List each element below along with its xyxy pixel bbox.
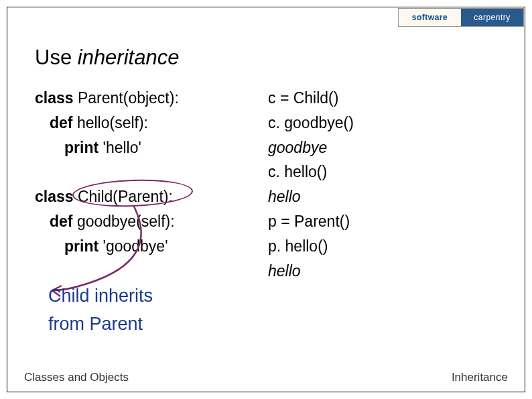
output-line: c. goodbye() xyxy=(268,111,354,135)
output-line: hello xyxy=(268,184,354,209)
footer-right: Inheritance xyxy=(452,371,508,384)
annotation-line1: Child inherits xyxy=(48,286,153,306)
output-line: c = Child() xyxy=(268,86,354,111)
code-block-right: c = Child()c. goodbye()goodbyec. hello()… xyxy=(268,86,354,283)
code-keyword: def xyxy=(50,114,73,131)
code-text xyxy=(35,163,39,180)
code-line: def goodbye(self): xyxy=(50,209,179,234)
code-text: goodbye(self): xyxy=(73,213,175,230)
logo: software carpentry xyxy=(398,8,524,27)
code-keyword: class xyxy=(35,188,74,205)
annotation-line2: from Parent xyxy=(48,314,143,335)
code-line: def hello(self): xyxy=(50,111,179,135)
code-text: Parent(object): xyxy=(74,89,179,107)
code-line: print 'goodbye' xyxy=(64,234,179,259)
heading-use: Use xyxy=(35,46,78,69)
code-keyword: def xyxy=(50,213,73,230)
code-keyword: class xyxy=(35,89,74,107)
code-text: hello(self): xyxy=(73,114,148,131)
output-line: goodbye xyxy=(268,135,354,160)
code-keyword: print xyxy=(64,237,98,255)
logo-right-text: carpentry xyxy=(461,9,523,26)
code-text: 'goodbye' xyxy=(98,237,168,255)
output-line: p = Parent() xyxy=(268,209,354,234)
logo-left-text: software xyxy=(399,9,461,26)
code-block-left: class Parent(object):def hello(self):pri… xyxy=(35,86,179,259)
code-keyword: print xyxy=(64,139,98,156)
code-text: 'hello' xyxy=(98,139,141,156)
slide-heading: Use inheritance xyxy=(35,46,179,70)
heading-inheritance: inheritance xyxy=(78,46,180,69)
code-line: print 'hello' xyxy=(64,135,179,160)
footer-left: Classes and Objects xyxy=(24,371,129,384)
output-line: c. hello() xyxy=(268,160,354,184)
output-line: p. hello() xyxy=(268,234,354,259)
output-line: hello xyxy=(268,259,354,284)
code-line: class Parent(object): xyxy=(35,86,179,111)
